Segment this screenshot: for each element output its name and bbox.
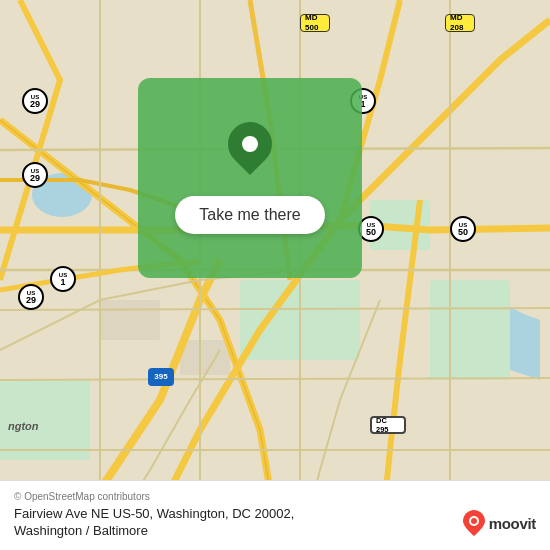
osm-credit: © OpenStreetMap contributors [14,491,536,502]
map-container: US 29 US 29 MD 500 MD 208 US 1 US 50 US … [0,0,550,550]
badge-md500: MD 500 [300,14,330,32]
address-line1: Fairview Ave NE US-50, Washington, DC 20… [14,506,536,521]
badge-us29-mid: US 29 [22,162,48,188]
moovit-logo: moovit [463,510,536,536]
badge-md208: MD 208 [445,14,475,32]
badge-us50-right: US 50 [450,216,476,242]
moovit-brand-text: moovit [489,515,536,532]
address-line2: Washington / Baltimore [14,523,536,538]
badge-dc295: DC 295 [370,416,406,434]
badge-us29-top: US 29 [22,88,48,114]
svg-rect-5 [430,280,510,380]
badge-us1-lower: US 1 [50,266,76,292]
svg-point-9 [471,518,477,524]
badge-us29-lower: US 29 [18,284,44,310]
take-me-there-button[interactable]: Take me there [175,196,324,234]
bottom-bar: © OpenStreetMap contributors Fairview Av… [0,480,550,550]
badge-i395: 395 [148,368,174,386]
pin-overlay: Take me there [138,78,362,278]
location-pin [225,122,275,180]
svg-rect-4 [0,380,90,460]
moovit-pin-icon [463,510,485,536]
svg-rect-6 [100,300,160,340]
svg-rect-7 [180,340,230,375]
